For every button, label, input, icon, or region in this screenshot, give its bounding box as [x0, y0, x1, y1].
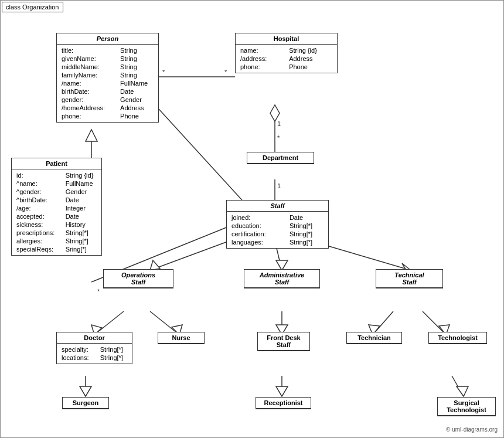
technologist-title: Technologist — [429, 332, 486, 344]
svg-text:*: * — [224, 69, 227, 76]
patient-body: id:String {id} ^name:FullName ^gender:Ge… — [12, 169, 101, 255]
operations-staff-title: OperationsStaff — [104, 270, 173, 288]
technician-title: Technician — [347, 332, 401, 344]
technical-staff-class: TechnicalStaff — [376, 269, 443, 288]
svg-marker-32 — [80, 386, 91, 396]
svg-text:*: * — [162, 69, 165, 76]
department-class: Department — [247, 152, 314, 164]
svg-text:1: 1 — [277, 120, 281, 127]
hospital-body: name:String {id} /address:Address phone:… — [236, 45, 337, 73]
operations-staff-class: OperationsStaff — [103, 269, 173, 288]
svg-text:*: * — [97, 288, 100, 295]
staff-title: Staff — [227, 201, 328, 212]
hospital-class: Hospital name:String {id} /address:Addre… — [235, 33, 338, 73]
surgeon-title: Surgeon — [63, 398, 108, 409]
surgical-technologist-title: SurgicalTechnologist — [438, 398, 495, 416]
department-title: Department — [247, 152, 314, 164]
svg-marker-4 — [270, 105, 280, 121]
nurse-title: Nurse — [158, 332, 204, 344]
svg-line-13 — [159, 109, 253, 212]
copyright-text: © uml-diagrams.org — [446, 426, 498, 433]
patient-class: Patient id:String {id} ^name:FullName ^g… — [11, 158, 102, 256]
receptionist-title: Receptionist — [256, 398, 311, 409]
person-class: Person title:String givenName:String mid… — [56, 33, 159, 123]
staff-class: Staff joined:Date education:String[*] ce… — [226, 200, 329, 249]
administrative-staff-class: AdministrativeStaff — [244, 269, 320, 288]
hospital-title: Hospital — [236, 33, 337, 45]
person-body: title:String givenName:String middleName… — [57, 45, 158, 122]
staff-body: joined:Date education:String[*] certific… — [227, 212, 328, 248]
front-desk-staff-class: Front DeskStaff — [257, 332, 310, 351]
surgeon-class: Surgeon — [62, 397, 109, 409]
doctor-class: Doctor specialty:String[*] locations:Str… — [56, 332, 132, 364]
svg-text:*: * — [277, 134, 280, 141]
surgical-technologist-class: SurgicalTechnologist — [437, 397, 496, 416]
technician-class: Technician — [346, 332, 402, 344]
person-title: Person — [57, 33, 158, 45]
receptionist-class: Receptionist — [256, 397, 311, 409]
svg-marker-34 — [276, 386, 288, 396]
doctor-body: specialty:String[*] locations:String[*] — [57, 344, 132, 364]
technical-staff-title: TechnicalStaff — [376, 270, 442, 288]
svg-line-21 — [94, 311, 124, 335]
svg-line-23 — [150, 311, 179, 335]
svg-line-27 — [373, 311, 393, 335]
svg-marker-12 — [86, 130, 97, 141]
svg-line-35 — [452, 376, 464, 396]
frame-label: class Organization — [2, 2, 63, 12]
svg-line-15 — [150, 241, 229, 270]
technologist-class: Technologist — [428, 332, 487, 344]
nurse-class: Nurse — [158, 332, 205, 344]
svg-line-29 — [423, 311, 446, 335]
front-desk-staff-title: Front DeskStaff — [258, 332, 309, 351]
administrative-staff-title: AdministrativeStaff — [244, 270, 319, 288]
svg-marker-36 — [457, 386, 468, 396]
patient-title: Patient — [12, 158, 101, 169]
svg-text:1: 1 — [277, 182, 281, 189]
uml-diagram: class Organization * * 1 * 1 * — [0, 0, 504, 438]
doctor-title: Doctor — [57, 332, 132, 344]
